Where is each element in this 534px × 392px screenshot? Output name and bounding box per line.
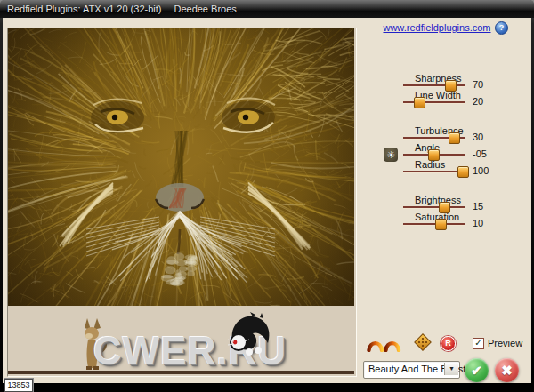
image-preview-pane: CWER.RU — [7, 28, 357, 377]
preview-image[interactable] — [8, 28, 354, 306]
plugin-window: Redfield Plugins: ATX v1.20 (32-bit) Dee… — [0, 0, 534, 392]
window-title: Redfield Plugins: ATX v1.20 (32-bit) — [7, 4, 161, 14]
cancel-button[interactable]: ✖ — [495, 358, 519, 382]
site-link-wrap: www.redfieldplugins.com — [360, 22, 514, 33]
preview-checkbox-label: Preview — [488, 338, 522, 348]
slider-value: 100 — [473, 165, 489, 176]
slider-track[interactable] — [403, 137, 465, 140]
slider-thumb[interactable] — [435, 219, 447, 230]
slider-thumb[interactable] — [457, 166, 469, 178]
preview-checkbox[interactable]: ✓ — [473, 338, 484, 349]
slider-thumb[interactable] — [414, 97, 425, 108]
slider-track[interactable] — [403, 154, 465, 156]
counter-badge: 13853 — [4, 379, 33, 392]
watermark-strip: CWER.RU — [8, 306, 354, 374]
slider-row-brightness: Brightness 15 — [403, 195, 532, 212]
slider-value: 10 — [473, 218, 483, 228]
arch-icon-left[interactable] — [367, 338, 384, 352]
slider-value: -05 — [473, 148, 487, 159]
slider-track[interactable] — [403, 223, 465, 226]
slider-track[interactable] — [403, 206, 465, 209]
slider-row-turbulence: Turbulence 30 — [403, 125, 532, 143]
slider-row-saturation: Saturation 10 — [403, 212, 532, 229]
slider-row-sharpness: Sharpness 70 — [403, 73, 532, 91]
client-area: CWER.RU www.redfieldplugins.com ? Sharp — [3, 18, 531, 383]
slider-row-angle: Angle -05 — [403, 142, 532, 160]
slider-row-radius: Radius 100 — [403, 159, 532, 177]
random-diamond-icon[interactable] — [413, 332, 433, 352]
slider-track[interactable] — [403, 171, 465, 173]
busy-indicator-icon: ✳ — [384, 148, 398, 162]
preset-dropdown[interactable]: Beauty And The Beast ▼ — [363, 361, 460, 379]
cat-character-image — [222, 311, 274, 357]
slider-value: 70 — [473, 79, 483, 90]
title-bar: Redfield Plugins: ATX v1.20 (32-bit) Dee… — [0, 0, 534, 18]
arch-icon-right[interactable] — [384, 338, 401, 352]
slider-row-line-width: Line Width 20 — [403, 90, 532, 108]
slider-value: 15 — [473, 201, 483, 212]
help-icon[interactable]: ? — [495, 21, 508, 35]
slider-track[interactable] — [403, 101, 465, 104]
chevron-down-icon[interactable]: ▼ — [444, 363, 458, 375]
slider-track[interactable] — [403, 84, 465, 87]
window-title-user: Deedee Broes — [174, 4, 236, 14]
slider-value: 20 — [473, 96, 483, 107]
website-link[interactable]: www.redfieldplugins.com — [383, 22, 490, 33]
reset-icon[interactable]: R — [441, 336, 456, 351]
slider-value: 30 — [473, 132, 483, 142]
ok-button[interactable]: ✔ — [465, 358, 489, 382]
